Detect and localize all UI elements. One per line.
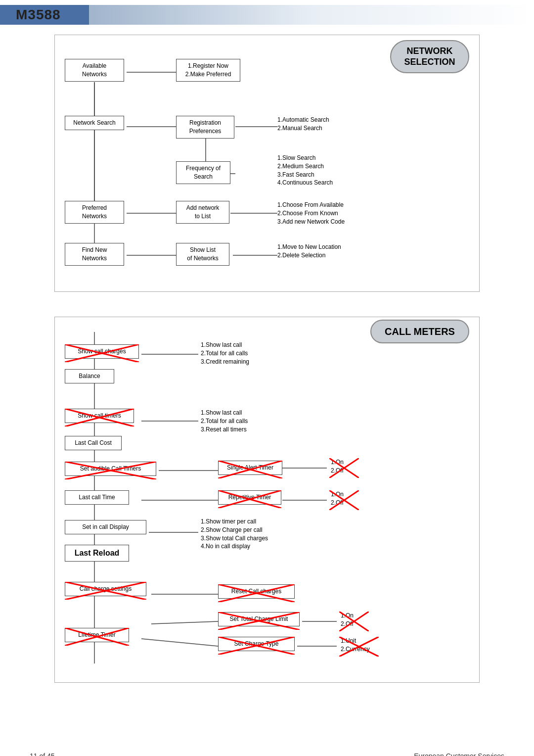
available-networks-box: Available Networks	[65, 59, 124, 82]
auto-manual-search-text: 1.Automatic Search 2.Manual Search	[277, 116, 376, 133]
show-call-charges-box: Show call charges	[65, 344, 139, 359]
header-fade-bar	[89, 5, 534, 25]
network-selection-diagram: NETWORK SELECTION Available Networks Net…	[54, 35, 480, 292]
search-speeds-text: 1.Slow Search 2.Medium Search 3.Fast Sea…	[277, 154, 376, 187]
call-meters-title: CALL METERS	[370, 320, 469, 343]
main-content: NETWORK SELECTION Available Networks Net…	[0, 35, 534, 732]
repetitive-timer-box: Repetitive Timer	[218, 490, 281, 505]
charge-type-options-text: 1.Unit 2.Currency	[341, 637, 380, 654]
last-call-time-box: Last call Time	[65, 490, 129, 505]
company-name: European Customer Services	[414, 752, 504, 756]
preferred-networks-box: Preferred Networks	[65, 201, 124, 224]
header-blue-bar: M3588	[0, 5, 89, 25]
set-in-call-display-box: Set in call Display	[65, 520, 146, 534]
page-number: 11 of 45	[30, 752, 55, 756]
show-charges-list-text: 1.Show last call 2.Total for all calls 3…	[201, 341, 287, 366]
reset-call-charges-box: Reset Call charges	[218, 584, 295, 599]
register-now-box: 1.Register Now 2.Make Preferred	[176, 59, 240, 82]
balance-box: Balance	[65, 369, 114, 383]
choose-from-text: 1.Choose From Available 2.Choose From Kn…	[277, 201, 381, 226]
show-call-timers-box: Show call timers	[65, 409, 134, 423]
network-search-box: Network Search	[65, 116, 124, 130]
call-meters-diagram: CALL METERS Show call charges Balance Sh…	[54, 317, 480, 683]
registration-preferences-box: Registration Preferences	[176, 116, 234, 139]
svg-line-23	[151, 621, 218, 624]
move-delete-text: 1.Move to New Location 2.Delete Selectio…	[277, 243, 376, 260]
footer: 11 of 45 European Customer Services	[0, 742, 534, 756]
set-charge-type-box: Set Charge Type	[218, 637, 295, 651]
single-alert-timer-box: Single Alert Timer	[218, 461, 282, 475]
set-audible-call-timers-box: Set audible Call Timers	[65, 462, 156, 476]
find-new-networks-box: Find New Networks	[65, 243, 124, 266]
last-reload-box: Last Reload	[65, 545, 129, 562]
header: M3588	[0, 0, 534, 30]
frequency-of-search-box: Frequency of Search	[176, 161, 230, 184]
call-charge-settings-box: Call charge settings	[65, 582, 146, 596]
page-title: M3588	[16, 7, 61, 23]
single-timer-options-text: 1.On 2.Off	[331, 458, 360, 475]
show-timers-list-text: 1.Show last call 2.Total for all calls 3…	[201, 409, 287, 433]
charge-limit-options-text: 1.On 2.Off	[341, 612, 370, 628]
set-total-charge-limit-box: Set Total Charge Limit	[218, 612, 300, 626]
show-list-box: Show List of Networks	[176, 243, 229, 266]
network-selection-title: NETWORK SELECTION	[390, 40, 469, 73]
svg-line-25	[141, 639, 218, 646]
repetitive-timer-options-text: 1.On 2.Off	[331, 490, 360, 507]
last-call-cost-box: Last Call Cost	[65, 436, 122, 450]
lifetime-timer-box: Lifetime Timer	[65, 628, 129, 642]
add-network-box: Add network to List	[176, 201, 229, 224]
in-call-display-list-text: 1.Show timer per call 2.Show Charge per …	[201, 518, 295, 551]
